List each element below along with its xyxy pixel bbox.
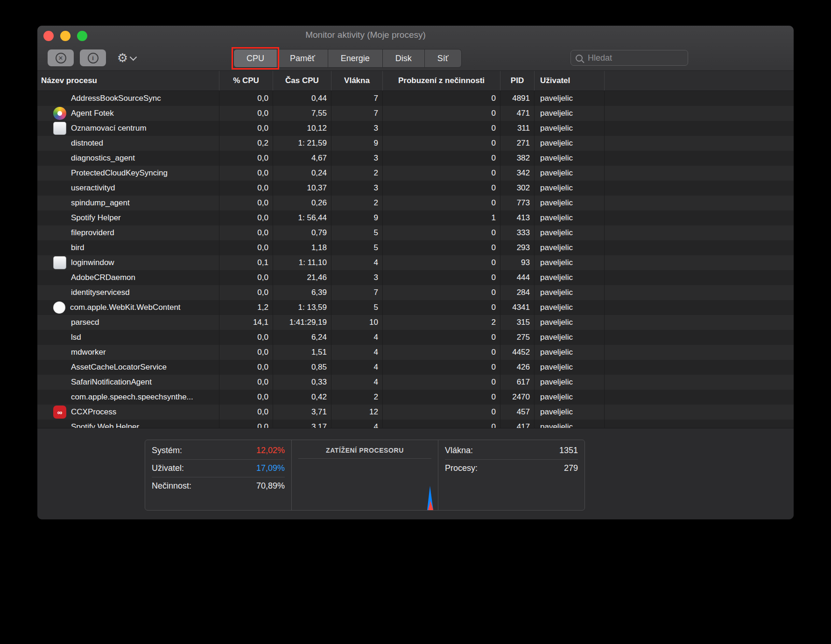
table-row[interactable]: CCXProcess 0,0 3,71 12 0 457 paveljelic (37, 405, 794, 420)
column-header-spacer (605, 71, 794, 91)
stat-label: Uživatel: (152, 463, 184, 473)
column-header-cpu-time[interactable]: Čas CPU (273, 71, 331, 91)
process-icon (53, 92, 66, 105)
table-row[interactable]: useractivityd 0,0 10,37 3 0 302 paveljel… (37, 181, 794, 196)
process-icon (53, 241, 66, 254)
process-icon (53, 137, 66, 150)
cell-threads: 9 (331, 136, 383, 151)
view-tabs: CPUPaměťEnergieDiskSíť (233, 49, 462, 68)
table-row[interactable]: spindump_agent 0,0 0,26 2 0 773 paveljel… (37, 196, 794, 210)
minimize-button[interactable] (60, 31, 70, 41)
footer-stats-panel: Systém:12,02%Uživatel:17,09%Nečinnost:70… (37, 428, 794, 519)
table-row[interactable]: mdworker 0,0 1,51 4 0 4452 paveljelic (37, 345, 794, 360)
cell-user: paveljelic (535, 375, 605, 390)
x-circle-icon: ✕ (56, 53, 66, 63)
close-button[interactable] (43, 31, 54, 41)
tab-energie[interactable]: Energie (328, 49, 383, 67)
cell-user: paveljelic (535, 255, 605, 270)
cell-user: paveljelic (535, 270, 605, 285)
table-row[interactable]: parsecd 14,1 1:41:29,19 10 2 315 pavelje… (37, 315, 794, 330)
cell-pid: 311 (500, 121, 535, 136)
cell-cpu-time: 10,37 (273, 181, 331, 196)
cell-cpu-percent: 0,0 (219, 121, 273, 136)
process-icon (53, 211, 66, 224)
quit-process-button[interactable]: ✕ (48, 49, 74, 66)
table-row[interactable]: Agent Fotek 0,0 7,55 7 0 471 paveljelic (37, 106, 794, 121)
cell-idle-wakeups: 1 (383, 210, 500, 225)
cell-spacer (605, 225, 794, 240)
cell-user: paveljelic (535, 285, 605, 300)
actions-menu-button[interactable]: ⚙ (112, 49, 141, 66)
cell-process-name: com.apple.speech.speechsynthe... (37, 390, 219, 405)
cell-cpu-time: 0,85 (273, 360, 331, 375)
cell-idle-wakeups: 0 (383, 136, 500, 151)
table-row[interactable]: AddressBookSourceSync 0,0 0,44 7 0 4891 … (37, 91, 794, 106)
cell-threads: 4 (331, 360, 383, 375)
cell-threads: 5 (331, 225, 383, 240)
chevron-down-icon (130, 53, 137, 61)
cell-cpu-time: 6,39 (273, 285, 331, 300)
cell-threads: 4 (331, 330, 383, 345)
cell-spacer (605, 285, 794, 300)
column-header-cpu-percent[interactable]: % CPU (219, 71, 273, 91)
table-row[interactable]: identityservicesd 0,0 6,39 7 0 284 pavel… (37, 285, 794, 300)
zoom-button[interactable] (77, 31, 87, 41)
cell-idle-wakeups: 0 (383, 225, 500, 240)
cell-spacer (605, 375, 794, 390)
titlebar[interactable]: Monitor aktivity (Moje procesy) (37, 26, 794, 45)
process-name: identityservicesd (71, 288, 130, 297)
table-row[interactable]: AdobeCRDaemon 0,0 21,46 3 0 444 paveljel… (37, 270, 794, 285)
table-row[interactable]: bird 0,0 1,18 5 0 293 paveljelic (37, 240, 794, 255)
table-row[interactable]: com.apple.speech.speechsynthe... 0,0 0,4… (37, 390, 794, 405)
inspect-process-button[interactable]: i (80, 49, 106, 66)
cell-process-name: Oznamovací centrum (37, 121, 219, 136)
cell-user: paveljelic (535, 240, 605, 255)
cell-cpu-percent: 0,0 (219, 420, 273, 428)
table-row[interactable]: diagnostics_agent 0,0 4,67 3 0 382 pavel… (37, 151, 794, 166)
cell-cpu-percent: 0,0 (219, 285, 273, 300)
table-row[interactable]: ProtectedCloudKeySyncing 0,0 0,24 2 0 34… (37, 166, 794, 181)
table-row[interactable]: Spotify Web Helper 0,0 3,17 4 0 417 pave… (37, 420, 794, 428)
table-row[interactable]: Oznamovací centrum 0,0 10,12 3 0 311 pav… (37, 121, 794, 136)
process-icon (53, 406, 66, 419)
cell-spacer (605, 315, 794, 330)
column-header-user[interactable]: Uživatel (535, 71, 605, 91)
cell-threads: 5 (331, 300, 383, 315)
cell-user: paveljelic (535, 345, 605, 360)
cell-idle-wakeups: 0 (383, 270, 500, 285)
tab-label: Disk (395, 54, 412, 63)
cell-idle-wakeups: 0 (383, 330, 500, 345)
search-field[interactable] (570, 50, 688, 66)
table-row[interactable]: lsd 0,0 6,24 4 0 275 paveljelic (37, 330, 794, 345)
table-header: Název procesu % CPU Čas CPU Vlákna Probu… (37, 71, 794, 91)
column-header-process-name[interactable]: Název procesu (37, 71, 219, 91)
process-rows[interactable]: AddressBookSourceSync 0,0 0,44 7 0 4891 … (37, 91, 794, 428)
table-row[interactable]: Spotify Helper 0,0 1: 56,44 9 1 413 pave… (37, 210, 794, 225)
tab-síť[interactable]: Síť (425, 49, 461, 67)
table-row[interactable]: fileproviderd 0,0 0,79 5 0 333 paveljeli… (37, 225, 794, 240)
cell-spacer (605, 136, 794, 151)
process-icon (53, 316, 66, 329)
column-header-threads[interactable]: Vlákna (331, 71, 383, 91)
tab-disk[interactable]: Disk (383, 49, 425, 67)
search-input[interactable] (587, 53, 683, 63)
table-row[interactable]: com.apple.WebKit.WebContent 1,2 1: 13,59… (37, 300, 794, 315)
cell-process-name: parsecd (37, 315, 219, 330)
toolbar: ✕ i ⚙ CPUPaměťEnergieDiskSíť (37, 45, 794, 70)
column-header-pid[interactable]: PID (500, 71, 535, 91)
tab-cpu[interactable]: CPU (234, 49, 277, 67)
cell-cpu-percent: 0,0 (219, 106, 273, 121)
table-row[interactable]: SafariNotificationAgent 0,0 0,33 4 0 617… (37, 375, 794, 390)
cell-idle-wakeups: 0 (383, 91, 500, 106)
cell-process-name: AdobeCRDaemon (37, 270, 219, 285)
process-name: loginwindow (71, 258, 114, 267)
tab-paměť[interactable]: Paměť (277, 49, 328, 67)
table-row[interactable]: loginwindow 0,1 1: 11,10 4 0 93 paveljel… (37, 255, 794, 270)
table-row[interactable]: distnoted 0,2 1: 21,59 9 0 271 paveljeli… (37, 136, 794, 151)
cell-pid: 4891 (500, 91, 535, 106)
stat-label: Systém: (152, 446, 182, 455)
column-header-idle-wakeups[interactable]: Probuzení z nečinnosti (383, 71, 500, 91)
cell-threads: 2 (331, 196, 383, 210)
table-row[interactable]: AssetCacheLocatorService 0,0 0,85 4 0 42… (37, 360, 794, 375)
cell-spacer (605, 420, 794, 428)
